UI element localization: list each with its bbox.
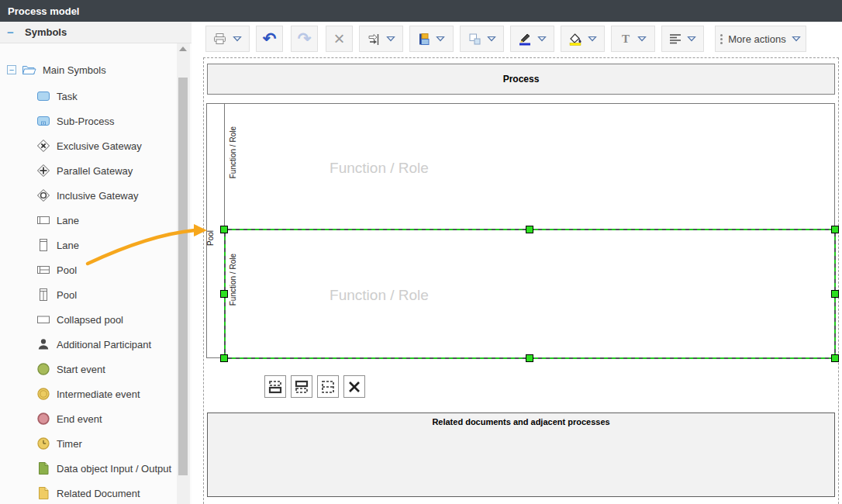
delete-button[interactable]: × bbox=[326, 26, 353, 52]
folder-icon bbox=[22, 64, 37, 76]
undo-button[interactable]: ↶ bbox=[256, 26, 283, 52]
scrollbar-thumb[interactable] bbox=[178, 78, 188, 475]
line-color-button[interactable] bbox=[510, 26, 554, 52]
save-button[interactable] bbox=[409, 26, 454, 52]
chevron-down-icon[interactable] bbox=[792, 36, 801, 42]
start-event-icon bbox=[36, 362, 50, 376]
sidebar-item-label: End event bbox=[57, 413, 102, 425]
intermediate-event-icon bbox=[36, 387, 50, 401]
save-icon bbox=[418, 33, 430, 46]
align-button[interactable] bbox=[661, 26, 704, 52]
replace-icon bbox=[368, 33, 381, 46]
sidebar-item-label: Pool bbox=[57, 264, 77, 276]
resize-handle-top-right[interactable] bbox=[831, 226, 839, 233]
sidebar-item-pool-7[interactable]: Pool bbox=[0, 257, 177, 282]
sidebar-item-additional-participant-10[interactable]: Additional Participant bbox=[0, 332, 177, 357]
insert-lane-above-button[interactable] bbox=[264, 375, 286, 398]
chevron-down-icon[interactable] bbox=[487, 36, 496, 42]
insert-lane-below-button[interactable] bbox=[291, 375, 312, 398]
sidebar-item-label: Intermediate event bbox=[57, 388, 140, 400]
lane-vertical-icon bbox=[36, 238, 50, 252]
resize-handle-bottom-center[interactable] bbox=[526, 354, 533, 362]
insert-lane-above-icon bbox=[267, 379, 283, 395]
redo-button[interactable]: ↷ bbox=[291, 26, 318, 52]
chevron-down-icon[interactable] bbox=[637, 36, 647, 42]
resize-handle-top-center[interactable] bbox=[526, 226, 533, 233]
process-header-shape[interactable]: Process bbox=[207, 64, 835, 95]
chevron-down-icon[interactable] bbox=[588, 36, 597, 42]
resize-handle-mid-right[interactable] bbox=[831, 290, 839, 298]
resize-handle-bottom-right[interactable] bbox=[831, 354, 839, 362]
sidebar-item-intermediate-event-12[interactable]: Intermediate event bbox=[0, 381, 177, 406]
tree-expander-icon[interactable]: − bbox=[7, 65, 16, 74]
symbols-sidebar: − Symbols − Main Symbols TaskSub-Process… bbox=[0, 22, 192, 504]
sidebar-item-lane-5[interactable]: Lane bbox=[0, 208, 177, 233]
sidebar-item-end-event-13[interactable]: End event bbox=[0, 406, 177, 431]
sidebar-item-related-document-16[interactable]: Related Document bbox=[0, 481, 177, 504]
lane-selection-icon bbox=[320, 379, 336, 395]
scrollbar-up-icon[interactable] bbox=[179, 47, 187, 51]
window-titlebar: Process model bbox=[0, 0, 842, 22]
lane1-placeholder: Function / Role bbox=[330, 160, 429, 177]
fill-color-icon bbox=[568, 33, 582, 46]
sidebar-item-data-object-input-output-15[interactable]: Data object Input / Output bbox=[0, 456, 177, 481]
sidebar-item-task-0[interactable]: Task bbox=[0, 84, 177, 109]
fill-color-button[interactable] bbox=[561, 26, 605, 52]
text-style-button[interactable]: T bbox=[611, 26, 655, 52]
kebab-icon bbox=[720, 34, 723, 44]
pool-horizontal-icon bbox=[36, 263, 50, 277]
task-icon bbox=[36, 89, 50, 103]
resize-handle-mid-left[interactable] bbox=[220, 290, 228, 298]
resize-handle-top-left[interactable] bbox=[220, 226, 228, 233]
tree-node-main-symbols[interactable]: − Main Symbols bbox=[0, 56, 177, 84]
sidebar-scrollbar[interactable] bbox=[177, 43, 190, 504]
lane1-header-label: Function / Role bbox=[229, 126, 237, 178]
sidebar-item-label: Timer bbox=[57, 438, 82, 450]
sidebar-item-parallel-gateway-3[interactable]: Parallel Gateway bbox=[0, 158, 177, 183]
pool-vertical-icon bbox=[36, 288, 50, 302]
lane2-placeholder: Function / Role bbox=[330, 287, 429, 304]
replace-symbol-button[interactable] bbox=[359, 26, 403, 52]
sidebar-item-label: Parallel Gateway bbox=[57, 165, 133, 177]
line-color-icon bbox=[518, 33, 532, 46]
sidebar-item-timer-14[interactable]: Timer bbox=[0, 431, 177, 456]
sidebar-item-label: Lane bbox=[57, 215, 79, 226]
chevron-down-icon[interactable] bbox=[436, 36, 445, 42]
lane-selection-button[interactable] bbox=[317, 375, 339, 398]
sub-process-icon bbox=[36, 114, 50, 128]
sidebar-item-pool-8[interactable]: Pool bbox=[0, 282, 177, 307]
pool-label: Pool bbox=[206, 230, 215, 246]
chevron-down-icon[interactable] bbox=[233, 36, 242, 42]
lane2-header-label: Function / Role bbox=[229, 254, 237, 306]
sidebar-item-label: Inclusive Gateway bbox=[57, 190, 139, 202]
undo-icon: ↶ bbox=[263, 31, 277, 47]
sidebar-item-start-event-11[interactable]: Start event bbox=[0, 357, 177, 381]
chevron-down-icon[interactable] bbox=[537, 36, 547, 42]
symbols-panel-header[interactable]: − Symbols bbox=[0, 22, 192, 43]
sidebar-item-label: Lane bbox=[57, 240, 79, 251]
more-actions-button[interactable]: More actions bbox=[715, 26, 806, 52]
print-button[interactable] bbox=[205, 26, 250, 52]
sidebar-item-exclusive-gateway-2[interactable]: Exclusive Gateway bbox=[0, 133, 177, 158]
insert-lane-below-icon bbox=[294, 379, 309, 395]
sidebar-item-sub-process-1[interactable]: Sub-Process bbox=[0, 109, 177, 133]
copy-button[interactable] bbox=[460, 26, 504, 52]
sidebar-item-lane-6[interactable]: Lane bbox=[0, 233, 177, 257]
timer-icon bbox=[36, 437, 50, 450]
svg-text:T: T bbox=[622, 33, 630, 45]
sidebar-item-collapsed-pool-9[interactable]: Collapsed pool bbox=[0, 307, 177, 332]
chevron-down-icon[interactable] bbox=[687, 36, 696, 42]
copy-icon bbox=[468, 33, 481, 46]
resize-handle-bottom-left[interactable] bbox=[220, 354, 228, 362]
delete-x-icon: × bbox=[333, 31, 344, 47]
chevron-down-icon[interactable] bbox=[386, 36, 395, 42]
related-documents-shape[interactable]: Related documents and adjacent processes bbox=[207, 413, 835, 497]
parallel-gateway-icon bbox=[36, 164, 50, 178]
sidebar-item-label: Collapsed pool bbox=[57, 314, 123, 326]
data-object-icon bbox=[36, 461, 50, 475]
printer-icon bbox=[213, 33, 227, 45]
pool-shape[interactable] bbox=[206, 103, 835, 358]
sidebar-item-inclusive-gateway-4[interactable]: Inclusive Gateway bbox=[0, 183, 177, 208]
delete-lane-button[interactable] bbox=[343, 375, 365, 398]
collapse-panel-icon[interactable]: − bbox=[7, 27, 18, 38]
